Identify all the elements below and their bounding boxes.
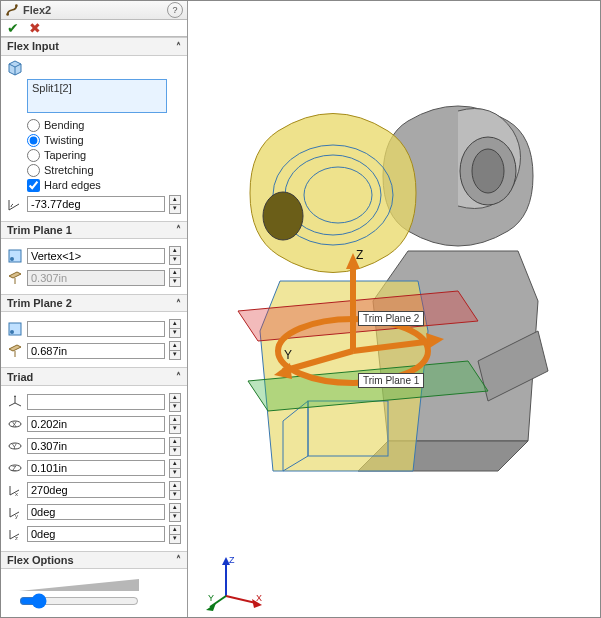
chevron-up-icon: ˄ — [176, 41, 181, 52]
angle-input[interactable] — [27, 196, 165, 212]
triad-x-input[interactable] — [27, 416, 165, 432]
svg-point-21 — [263, 192, 303, 240]
section-label: Flex Options — [7, 554, 74, 566]
panel-title: Flex2 — [23, 4, 167, 16]
section-label: Flex Input — [7, 40, 59, 52]
flex-feature-icon — [5, 3, 19, 17]
section-header-trim1[interactable]: Trim Plane 1 ˄ — [1, 221, 187, 239]
svg-text:X: X — [256, 593, 262, 603]
section-body-trim1: ▴▾ ▴▾ — [1, 239, 187, 294]
trim1-dist-field: ▴▾ — [7, 268, 181, 287]
model-canvas[interactable]: Z Y — [188, 1, 600, 617]
svg-point-5 — [10, 330, 14, 334]
plane-distance-icon — [7, 270, 23, 286]
graphics-viewport[interactable]: Z Y Trim Plane 2 Trim Plane 1 Z X Y — [188, 1, 600, 617]
triad-z-field: Z ▴▾ — [7, 459, 181, 478]
trim1-dist-spinner[interactable]: ▴▾ — [169, 268, 181, 287]
svg-point-1 — [15, 4, 18, 7]
section-body-flex-input: Split1[2] Bending Twisting Tapering Stre… — [1, 56, 187, 221]
selected-body: Split1[2] — [32, 82, 72, 94]
angle-spinner[interactable]: ▴▾ — [169, 195, 181, 214]
axis-z-label: Z — [356, 248, 363, 262]
trim2-dist-input[interactable] — [27, 343, 165, 359]
ok-button[interactable]: ✔ — [7, 20, 19, 36]
svg-text:X: X — [12, 421, 17, 428]
axis-y-label: Y — [284, 348, 292, 362]
section-header-flex-options[interactable]: Flex Options ˄ — [1, 551, 187, 569]
triad-rx-input[interactable] — [27, 482, 165, 498]
angle-icon — [7, 196, 23, 212]
svg-line-30 — [226, 596, 256, 603]
rot-z-icon: Z — [7, 460, 23, 476]
triad-rz-input[interactable] — [27, 526, 165, 542]
svg-text:z: z — [15, 535, 18, 541]
section-label: Triad — [7, 371, 33, 383]
section-body-triad: ▴▾ X ▴▾ Y ▴▾ Z ▴▾ x ▴▾ — [1, 386, 187, 551]
angle-field: ▴▾ — [7, 195, 181, 214]
svg-point-3 — [10, 257, 14, 261]
cancel-button[interactable]: ✖ — [29, 20, 41, 36]
svg-text:Z: Z — [229, 555, 235, 565]
section-body-flex-options — [1, 569, 187, 617]
panel-titlebar: Flex2 ? — [1, 1, 187, 20]
mode-twisting[interactable]: Twisting — [27, 134, 181, 147]
mode-bending[interactable]: Bending — [27, 119, 181, 132]
section-header-trim2[interactable]: Trim Plane 2 ˄ — [1, 294, 187, 312]
triad-ref-field: ▴▾ — [7, 393, 181, 412]
svg-text:y: y — [15, 513, 18, 519]
svg-text:x: x — [15, 491, 18, 497]
trim1-ref-input[interactable] — [27, 248, 165, 264]
section-header-flex-input[interactable]: Flex Input ˄ — [1, 37, 187, 55]
mode-tapering[interactable]: Tapering — [27, 149, 181, 162]
hard-edges-checkbox[interactable]: Hard edges — [27, 179, 181, 192]
view-csys-icon: Z X Y — [206, 551, 266, 611]
body-selection-box[interactable]: Split1[2] — [27, 79, 167, 113]
quality-wedge-icon — [19, 577, 139, 593]
trim1-ref-field: ▴▾ — [7, 246, 181, 265]
angle-z-icon: z — [7, 526, 23, 542]
trim1-ref-spinner[interactable]: ▴▾ — [169, 246, 181, 265]
vertex-select-icon — [7, 321, 23, 337]
triad-ry-input[interactable] — [27, 504, 165, 520]
triad-ry-field: y ▴▾ — [7, 503, 181, 522]
rot-y-icon: Y — [7, 438, 23, 454]
angle-y-icon: y — [7, 504, 23, 520]
chevron-up-icon: ˄ — [176, 224, 181, 235]
triad-ref-input[interactable] — [27, 394, 165, 410]
trim-plane-2-label[interactable]: Trim Plane 2 — [358, 311, 424, 326]
trim2-dist-spinner[interactable]: ▴▾ — [169, 341, 181, 360]
trim2-ref-input[interactable] — [27, 321, 165, 337]
triad-rz-field: z ▴▾ — [7, 525, 181, 544]
chevron-up-icon: ˄ — [176, 298, 181, 309]
chevron-up-icon: ˄ — [176, 371, 181, 382]
rot-x-icon: X — [7, 416, 23, 432]
section-label: Trim Plane 1 — [7, 224, 72, 236]
quality-slider[interactable] — [19, 593, 139, 609]
part-preview — [250, 114, 428, 472]
triad-y-field: Y ▴▾ — [7, 437, 181, 456]
section-header-triad[interactable]: Triad ˄ — [1, 367, 187, 385]
trim1-dist-input[interactable] — [27, 270, 165, 286]
mode-stretching[interactable]: Stretching — [27, 164, 181, 177]
help-icon[interactable]: ? — [167, 2, 183, 18]
svg-marker-15 — [19, 579, 139, 591]
triad-rx-field: x ▴▾ — [7, 481, 181, 500]
svg-point-17 — [472, 149, 504, 193]
triad-icon — [7, 394, 23, 410]
triad-y-input[interactable] — [27, 438, 165, 454]
trim2-ref-spinner[interactable]: ▴▾ — [169, 319, 181, 338]
svg-text:Y: Y — [12, 443, 17, 450]
svg-text:Z: Z — [12, 465, 17, 472]
svg-marker-33 — [206, 603, 216, 611]
section-label: Trim Plane 2 — [7, 297, 72, 309]
svg-text:Y: Y — [208, 593, 214, 603]
trim2-ref-field: ▴▾ — [7, 319, 181, 338]
angle-x-icon: x — [7, 482, 23, 498]
triad-ref-spinner[interactable]: ▴▾ — [169, 393, 181, 412]
trim-plane-1-label[interactable]: Trim Plane 1 — [358, 373, 424, 388]
plane-distance-icon — [7, 343, 23, 359]
trim2-dist-field: ▴▾ — [7, 341, 181, 360]
triad-z-input[interactable] — [27, 460, 165, 476]
section-body-trim2: ▴▾ ▴▾ — [1, 312, 187, 367]
svg-point-0 — [6, 13, 9, 16]
